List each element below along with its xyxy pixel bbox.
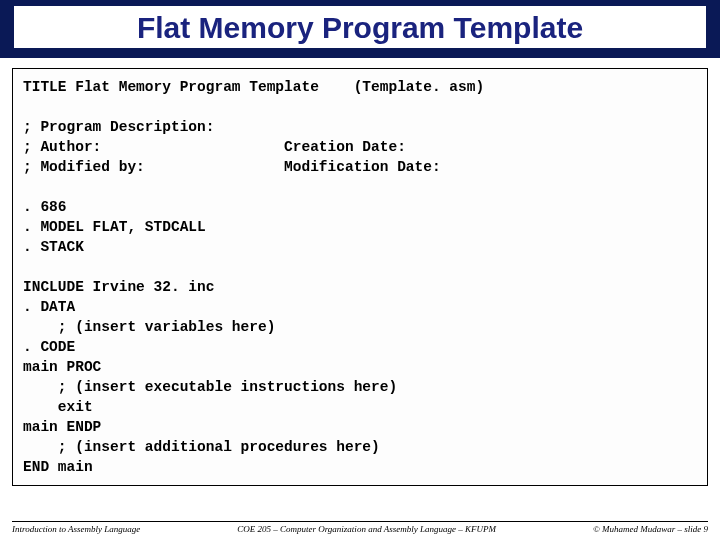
footer-left: Introduction to Assembly Language: [12, 524, 140, 534]
slide-title: Flat Memory Program Template: [14, 6, 706, 48]
code-block: TITLE Flat Memory Program Template (Temp…: [23, 77, 697, 477]
code-container: TITLE Flat Memory Program Template (Temp…: [12, 68, 708, 486]
title-bar: Flat Memory Program Template: [0, 0, 720, 58]
footer-right: © Muhamed Mudawar – slide 9: [593, 524, 708, 534]
footer-center: COE 205 – Computer Organization and Asse…: [140, 524, 593, 534]
footer: Introduction to Assembly Language COE 20…: [12, 521, 708, 534]
slide: Flat Memory Program Template TITLE Flat …: [0, 0, 720, 540]
